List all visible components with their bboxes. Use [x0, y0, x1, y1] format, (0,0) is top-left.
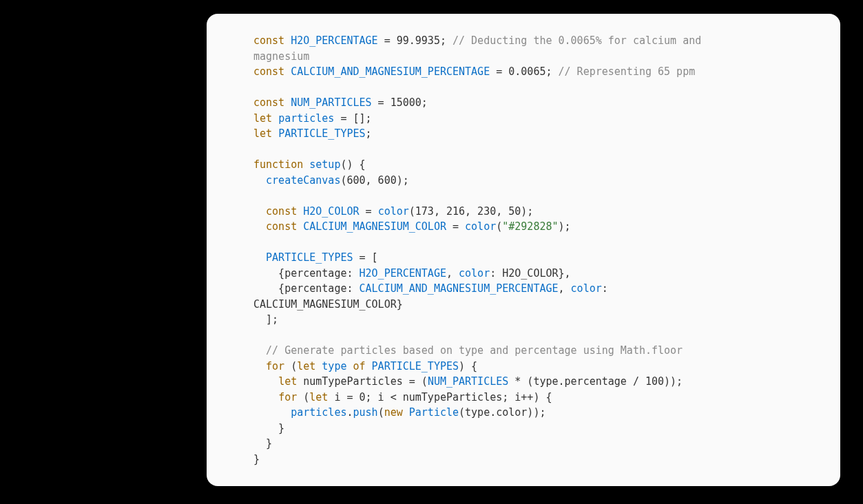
text: ; — [440, 34, 446, 47]
keyword-const: const — [253, 65, 284, 78]
code-panel: const H2O_PERCENTAGE = 99.9935; // Deduc… — [207, 14, 840, 486]
text: {percentage: — [253, 267, 360, 280]
keyword-let: let — [253, 112, 272, 125]
number: 99.9935 — [397, 34, 440, 47]
var-particle-types: PARTICLE_TYPES — [266, 251, 353, 264]
keyword-const: const — [253, 96, 284, 109]
text: CALCIUM_MAGNESIUM_COLOR} — [253, 298, 403, 311]
text: (type.color)); — [459, 406, 545, 419]
const-ref: H2O_PERCENTAGE — [360, 267, 446, 280]
var-particle-types: PARTICLE_TYPES — [372, 360, 459, 372]
text: numTypeParticles = ( — [297, 375, 428, 388]
text: ( — [297, 391, 309, 403]
text: } — [253, 437, 272, 450]
text: : — [602, 282, 614, 295]
code-content: const H2O_PERCENTAGE = 99.9935; // Deduc… — [253, 33, 818, 467]
const-h2o-color: H2O_COLOR — [303, 205, 359, 218]
text — [366, 360, 372, 372]
keyword-const: const — [253, 34, 284, 47]
text: (173, 216, 230, 50); — [409, 205, 534, 218]
keyword-const: const — [266, 205, 297, 218]
text: = []; — [334, 112, 371, 125]
text: = — [378, 34, 397, 47]
keyword-let: let — [278, 375, 297, 388]
const-ref: NUM_PARTICLES — [428, 375, 508, 388]
const-h2o-percentage: H2O_PERCENTAGE — [291, 34, 377, 47]
var-particles: particles — [291, 406, 346, 419]
text: * (type.percentage / 100)); — [508, 375, 683, 388]
method-push: push — [353, 406, 378, 419]
text — [346, 360, 353, 372]
keyword-const: const — [266, 220, 297, 233]
text: ; — [422, 96, 428, 109]
prop-color: color — [571, 282, 602, 295]
comment: // Generate particles based on type and … — [253, 344, 683, 357]
const-num-particles: NUM_PARTICLES — [291, 96, 371, 109]
text: ]; — [253, 313, 278, 326]
var-type: type — [322, 360, 346, 372]
text: ( — [378, 406, 384, 419]
text: = — [372, 96, 391, 109]
text — [403, 406, 409, 419]
var-particles: particles — [278, 112, 334, 125]
text: . — [346, 406, 353, 419]
fn-color: color — [378, 205, 409, 218]
text: ( — [284, 360, 297, 372]
prop-color: color — [459, 267, 490, 280]
text: = — [360, 205, 378, 218]
fn-setup: setup — [309, 158, 340, 171]
text: ( — [496, 220, 502, 233]
comment: // Representing 65 ppm — [552, 65, 695, 78]
text: , — [559, 282, 571, 295]
keyword-let: let — [309, 391, 328, 403]
text: ) { — [459, 360, 477, 372]
text: : H2O_COLOR}, — [490, 267, 570, 280]
comment: magnesium — [253, 50, 309, 63]
number: 15000 — [391, 96, 422, 109]
text: {percentage: — [253, 282, 360, 295]
const-calcium-magnesium-percentage: CALCIUM_AND_MAGNESIUM_PERCENTAGE — [291, 65, 490, 78]
text: (600, 600); — [340, 174, 408, 187]
text: = [ — [353, 251, 378, 264]
text: = — [446, 220, 465, 233]
var-particle-types: PARTICLE_TYPES — [278, 127, 365, 140]
text: i = 0; i < numTypeParticles; i++) { — [328, 391, 552, 403]
keyword-new: new — [384, 406, 403, 419]
text — [315, 360, 322, 372]
string: "#292828" — [502, 220, 558, 233]
type-particle: Particle — [409, 406, 459, 419]
keyword-function: function — [253, 158, 303, 171]
text: () { — [340, 158, 365, 171]
fn-color: color — [465, 220, 496, 233]
keyword-let: let — [297, 360, 315, 372]
text: = — [490, 65, 508, 78]
text: } — [253, 453, 260, 465]
keyword-let: let — [253, 127, 272, 140]
comment: // Deducting the 0.0065% for calcium and — [446, 34, 707, 47]
number: 0.0065 — [508, 65, 545, 78]
text: } — [253, 422, 284, 434]
fn-createcanvas: createCanvas — [266, 174, 340, 187]
const-ref: CALCIUM_AND_MAGNESIUM_PERCENTAGE — [360, 282, 559, 295]
const-calcium-magnesium-color: CALCIUM_MAGNESIUM_COLOR — [303, 220, 446, 233]
keyword-of: of — [353, 360, 366, 372]
keyword-for: for — [278, 391, 297, 403]
text: ; — [366, 127, 372, 140]
text: , — [446, 267, 459, 280]
text: ); — [559, 220, 571, 233]
keyword-for: for — [266, 360, 284, 372]
